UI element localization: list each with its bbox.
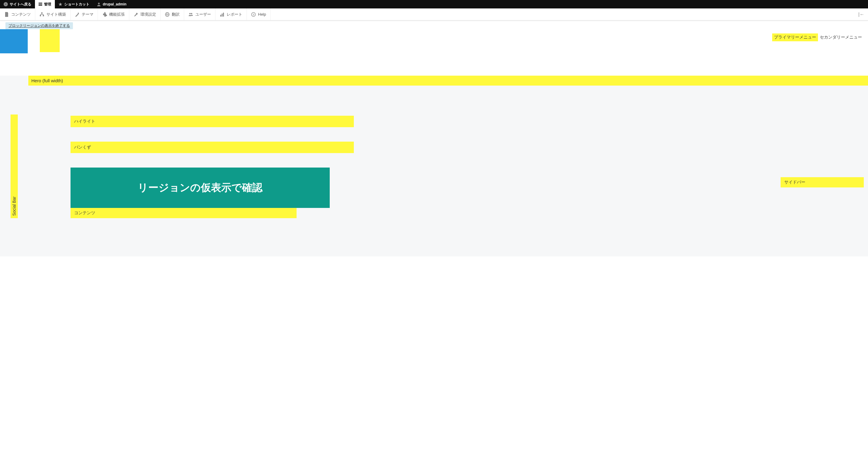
svg-point-0 [98, 3, 100, 4]
sidebar-region: サイドバー [781, 177, 864, 187]
orientation-toggle[interactable]: |← [855, 12, 868, 17]
manage-label: 管理 [44, 2, 51, 7]
header-region-row: プライマリーメニュー セカンダリーメニュー [0, 29, 868, 53]
user-label: drupal_admin [103, 2, 127, 6]
center-column: ハイライト パンくず リージョンの仮表示で確認 コンテンツ [28, 116, 781, 218]
help-icon: ? [251, 12, 256, 17]
svg-point-9 [191, 13, 192, 14]
branding-region [0, 29, 28, 53]
svg-point-8 [189, 13, 190, 14]
secondary-menu-region: セカンダリーメニュー [818, 33, 864, 41]
admin-reports[interactable]: レポート [216, 8, 247, 20]
admin-people-label: ユーザー [195, 12, 211, 17]
svg-point-4 [78, 13, 79, 14]
breadcrumb-region: パンくず [70, 141, 354, 153]
social-bar-wrap: Social Bar [0, 92, 28, 218]
admin-appearance[interactable]: テーマ [70, 8, 98, 20]
back-to-site-button[interactable]: ‹ サイトへ戻る [0, 0, 35, 8]
user-button[interactable]: drupal_admin [93, 0, 130, 8]
people-icon [188, 12, 193, 17]
admin-structure[interactable]: サイト構築 [35, 8, 70, 20]
admin-people[interactable]: ユーザー [184, 8, 216, 20]
user-icon [97, 2, 101, 6]
exit-region-demo-link[interactable]: ブロックリージョンの表示を終了する [5, 22, 73, 29]
back-to-site-label: サイトへ戻る [10, 2, 31, 7]
svg-rect-10 [220, 15, 221, 17]
shortcuts-label: ショートカット [64, 2, 90, 7]
admin-content[interactable]: コンテンツ [0, 8, 35, 20]
annotation-banner: リージョンの仮表示で確認 [70, 167, 330, 208]
admin-translate-label: 翻訳 [172, 12, 180, 17]
admin-config[interactable]: 環境設定 [129, 8, 161, 20]
svg-rect-1 [41, 12, 42, 13]
admin-translate[interactable]: 翻訳 [161, 8, 184, 20]
social-bar-region: Social Bar [10, 115, 18, 218]
main-columns: ハイライト パンくず リージョンの仮表示で確認 コンテンツ サイドバー [28, 92, 868, 218]
extend-icon [102, 12, 107, 17]
content-area: Hero (full width) Social Bar ハイライト パンくず … [0, 76, 868, 256]
admin-help[interactable]: ? Help [247, 8, 271, 20]
admin-help-label: Help [258, 12, 266, 17]
config-icon [133, 12, 138, 17]
reports-icon [220, 12, 224, 17]
content-region: コンテンツ [70, 208, 297, 218]
primary-menu-region: プライマリーメニュー [772, 33, 818, 41]
admin-extend-label: 機能拡張 [109, 12, 125, 17]
star-icon: ★ [59, 2, 62, 7]
svg-text:?: ? [253, 13, 254, 16]
structure-icon [39, 12, 44, 17]
collapse-icon: |← [858, 12, 864, 17]
admin-reports-label: レポート [227, 12, 242, 17]
shortcuts-button[interactable]: ★ ショートカット [55, 0, 93, 8]
back-icon: ‹ [4, 2, 8, 6]
manage-button[interactable]: 管理 [35, 0, 55, 8]
admin-extend[interactable]: 機能拡張 [98, 8, 129, 20]
svg-rect-12 [223, 13, 224, 17]
admin-config-label: 環境設定 [141, 12, 156, 17]
appearance-icon [75, 12, 80, 17]
burger-icon [38, 3, 42, 6]
hero-region: Hero (full width) [28, 76, 868, 86]
body-wrap: Social Bar ハイライト パンくず リージョンの仮表示で確認 コンテンツ… [0, 86, 868, 218]
admin-content-label: コンテンツ [11, 12, 31, 17]
right-column: サイドバー [781, 116, 868, 218]
exit-link-wrap: ブロックリージョンの表示を終了する [0, 21, 868, 29]
content-icon [4, 12, 9, 17]
admin-structure-label: サイト構築 [46, 12, 66, 17]
admin-appearance-label: テーマ [82, 12, 93, 17]
admin-menu: コンテンツ サイト構築 テーマ 機能拡張 環境設定 翻訳 ユーザー [0, 8, 868, 21]
header-region [40, 29, 60, 52]
svg-rect-11 [222, 13, 223, 17]
svg-rect-2 [40, 15, 41, 16]
toolbar-top: ‹ サイトへ戻る 管理 ★ ショートカット drupal_admin [0, 0, 868, 8]
menu-region-labels: プライマリーメニュー セカンダリーメニュー [772, 33, 864, 41]
globe-icon [165, 12, 170, 17]
svg-rect-3 [43, 15, 44, 16]
highlighted-region: ハイライト [70, 116, 354, 127]
